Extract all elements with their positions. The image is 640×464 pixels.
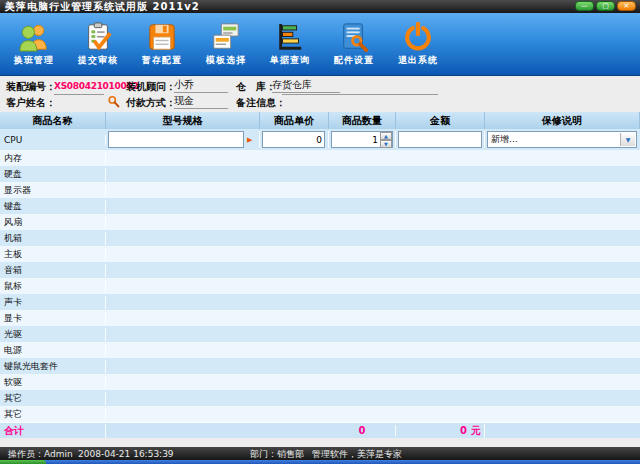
product-name: 主板 xyxy=(0,248,106,261)
table-row[interactable]: 显卡 xyxy=(0,310,640,326)
power-icon xyxy=(403,22,433,52)
table-row[interactable]: 主板 xyxy=(0,246,640,262)
warranty-combobox[interactable]: 新增… ▼ xyxy=(487,131,637,148)
taskbar-strip[interactable] xyxy=(0,460,640,464)
product-name: 音箱 xyxy=(0,264,106,277)
amount-unit: 元 xyxy=(471,425,481,436)
table-row[interactable]: 键盘 xyxy=(0,198,640,214)
remark-label: 备注信息： xyxy=(236,96,286,110)
users-icon xyxy=(19,22,49,52)
exit-system-button[interactable]: 退出系统 xyxy=(386,13,450,75)
assembly-no-label: 装配编号： xyxy=(6,80,56,94)
total-amount: 0元 xyxy=(396,424,485,438)
consultant-label: 装机顾问： xyxy=(126,80,176,94)
search-icon[interactable] xyxy=(107,93,120,112)
amount-input[interactable] xyxy=(398,131,482,148)
toolbar-label: 提交审核 xyxy=(78,54,118,67)
warranty-value: 新增… xyxy=(488,134,518,144)
status-bar: 操作员：Admin 2008-04-21 16:53:39 部门：销售部 管理软… xyxy=(0,447,640,460)
toolbar-label: 单据查询 xyxy=(270,54,310,67)
remark-input[interactable] xyxy=(282,94,438,95)
product-name: CPU xyxy=(0,135,106,145)
product-name: 键鼠光电套件 xyxy=(0,360,106,373)
customer-name-input[interactable] xyxy=(54,94,104,95)
table-row[interactable]: 显示器 xyxy=(0,182,640,198)
minimize-button[interactable]: — xyxy=(575,1,594,11)
warehouse-label: 仓 库： xyxy=(236,80,276,94)
maximize-button[interactable]: ▢ xyxy=(596,1,615,11)
product-name: 硬盘 xyxy=(0,168,106,181)
table-row[interactable]: 软驱 xyxy=(0,374,640,390)
column-header-name: 商品名称 xyxy=(0,112,106,129)
table-row-active[interactable]: CPU ▶ ▲ ▼ xyxy=(0,129,640,150)
total-row: 合计 0 0元 xyxy=(0,422,640,438)
product-name: 风扇 xyxy=(0,216,106,229)
product-name: 机箱 xyxy=(0,232,106,245)
window-title: 美萍电脑行业管理系统试用版 2011v2 xyxy=(0,0,200,13)
spinner-up-icon[interactable]: ▲ xyxy=(380,132,392,140)
table-row[interactable]: 声卡 xyxy=(0,294,640,310)
templates-icon xyxy=(211,22,241,52)
table-row[interactable]: 音箱 xyxy=(0,262,640,278)
template-select-button[interactable]: 模板选择 xyxy=(194,13,258,75)
product-name: 光驱 xyxy=(0,328,106,341)
document-query-button[interactable]: 单据查询 xyxy=(258,13,322,75)
table-row[interactable]: 电源 xyxy=(0,342,640,358)
table-row[interactable]: 键鼠光电套件 xyxy=(0,358,640,374)
datetime-status: 2008-04-21 16:53:39 xyxy=(78,448,174,460)
titlebar: 美萍电脑行业管理系统试用版 2011v2 — ▢ ✕ xyxy=(0,0,640,13)
table-row[interactable]: 光驱 xyxy=(0,326,640,342)
warehouse-field[interactable]: 存货仓库 xyxy=(272,78,340,93)
window-controls: — ▢ ✕ xyxy=(575,1,636,11)
toolbar-label: 退出系统 xyxy=(398,54,438,67)
total-quantity: 0 xyxy=(329,425,396,436)
product-name: 鼠标 xyxy=(0,280,106,293)
table-row[interactable]: 鼠标 xyxy=(0,278,640,294)
barchart-query-icon xyxy=(275,22,305,52)
column-header-amount: 金额 xyxy=(396,112,485,129)
close-button[interactable]: ✕ xyxy=(617,1,636,11)
table-row[interactable]: 内存 xyxy=(0,150,640,166)
table-row[interactable]: 其它 xyxy=(0,390,640,406)
column-header-price: 商品单价 xyxy=(260,112,329,129)
operator-status: 操作员：Admin xyxy=(8,448,73,460)
toolbar-label: 配件设置 xyxy=(334,54,374,67)
payment-label: 付款方式： xyxy=(126,96,176,110)
product-name: 内存 xyxy=(0,152,106,165)
parts-settings-button[interactable]: 配件设置 xyxy=(322,13,386,75)
spinner-down-icon[interactable]: ▼ xyxy=(380,140,392,148)
quantity-stepper: ▲ ▼ xyxy=(380,132,392,147)
floppy-save-icon xyxy=(147,22,177,52)
app-window: 美萍电脑行业管理系统试用版 2011v2 — ▢ ✕ 换班管理 xyxy=(0,0,640,464)
product-name: 电源 xyxy=(0,344,106,357)
consultant-field[interactable]: 小乔 xyxy=(174,78,228,93)
table-row[interactable]: 机箱 xyxy=(0,230,640,246)
column-header-quantity: 商品数量 xyxy=(329,112,396,129)
toolbar-label: 模板选择 xyxy=(206,54,246,67)
parts-grid: 商品名称 型号规格 商品单价 商品数量 金额 保修说明 CPU ▶ xyxy=(0,112,640,438)
product-name: 软驱 xyxy=(0,376,106,389)
table-row[interactable]: 硬盘 xyxy=(0,166,640,182)
toolbar-label: 暂存配置 xyxy=(142,54,182,67)
slogan-text: 管理软件，美萍是专家 xyxy=(312,448,402,460)
unit-price-input[interactable] xyxy=(262,131,325,148)
row-expand-arrow-icon[interactable]: ▶ xyxy=(247,136,252,144)
clipboard-check-icon xyxy=(83,22,113,52)
product-name: 显示器 xyxy=(0,184,106,197)
table-row[interactable]: 风扇 xyxy=(0,214,640,230)
toolbar: 换班管理 提交审核 暂存配置 xyxy=(0,13,640,76)
save-config-button[interactable]: 暂存配置 xyxy=(130,13,194,75)
order-form: 装配编号： XS080421010002 装机顾问： 小乔 仓 库： 存货仓库 … xyxy=(0,76,640,112)
table-row[interactable]: 其它 xyxy=(0,406,640,422)
dropdown-arrow-icon[interactable]: ▼ xyxy=(620,133,635,146)
start-button-fragment[interactable] xyxy=(0,460,46,464)
customer-name-label: 客户姓名： xyxy=(6,96,56,110)
product-name: 其它 xyxy=(0,408,106,421)
payment-field[interactable]: 现金 xyxy=(174,94,228,109)
column-header-spec: 型号规格 xyxy=(106,112,260,129)
grid-header: 商品名称 型号规格 商品单价 商品数量 金额 保修说明 xyxy=(0,112,640,129)
submit-review-button[interactable]: 提交审核 xyxy=(66,13,130,75)
document-wrench-icon xyxy=(339,22,369,52)
shift-management-button[interactable]: 换班管理 xyxy=(2,13,66,75)
spec-input[interactable] xyxy=(108,131,244,148)
